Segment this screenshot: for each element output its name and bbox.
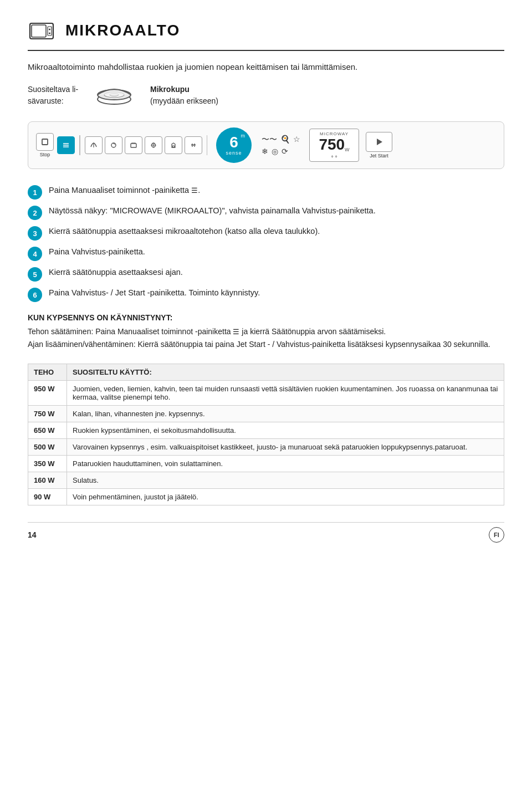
step-4: 4 Paina Vahvistus-painiketta. xyxy=(28,246,504,261)
display-row: 750 W xyxy=(319,136,349,154)
jet-start-button[interactable] xyxy=(366,132,392,152)
step-text-1: Paina Manuaaliset toiminnot -painiketta … xyxy=(49,185,504,197)
stop-button[interactable] xyxy=(36,133,54,151)
sense-m: m xyxy=(241,133,245,139)
stop-label: Stop xyxy=(40,152,50,157)
table-cell-power: 160 W xyxy=(28,472,67,489)
table-row: 750 WKalan, lihan, vihannesten jne. kyps… xyxy=(28,406,504,422)
display-box: MICROWAY 750 W ♦ ♦ xyxy=(309,129,359,162)
svg-point-4 xyxy=(49,33,50,34)
table-cell-power: 500 W xyxy=(28,439,67,456)
function-btn-5[interactable] xyxy=(165,136,182,154)
table-cell-usage: Juomien, veden, liemien, kahvin, teen ta… xyxy=(67,381,504,406)
accessory-name: Mikrokupu (myydään erikseen) xyxy=(150,84,218,107)
panel-sep-1 xyxy=(79,135,80,155)
plate-icon xyxy=(95,81,134,109)
panel-sep-2 xyxy=(207,135,208,155)
step-2: 2 Näytössä näkyy: "MICROWAVE (MIKROAALTO… xyxy=(28,205,504,220)
manual-button[interactable] xyxy=(57,136,75,154)
function-btn-3[interactable] xyxy=(125,136,142,154)
step-text-2: Näytössä näkyy: "MICROWAVE (MIKROAALTO)"… xyxy=(49,205,504,217)
wave-icon: 〜〜 xyxy=(262,135,277,145)
page-header: MIKROAALTO xyxy=(28,17,504,51)
table-cell-power: 950 W xyxy=(28,381,67,406)
sense-dial[interactable]: m 6 sense xyxy=(216,127,252,163)
display-sub: ♦ ♦ xyxy=(331,154,337,159)
star-icon: ☆ xyxy=(293,135,300,145)
table-header-usage: SUOSITELTU KÄYTTÖ: xyxy=(67,364,504,381)
table-row: 500 WVarovainen kypsennys , esim. valkua… xyxy=(28,439,504,456)
leaf-icon: ◎ xyxy=(272,147,278,156)
table-cell-usage: Kalan, lihan, vihannesten jne. kypsennys… xyxy=(67,406,504,422)
stop-group: Stop xyxy=(36,133,54,157)
svg-rect-20 xyxy=(172,146,174,147)
display-unit: W xyxy=(345,147,350,152)
sense-number: 6 xyxy=(229,135,238,150)
function-buttons xyxy=(85,136,202,154)
table-row: 160 WSulatus. xyxy=(28,472,504,489)
step-1: 1 Paina Manuaaliset toiminnot -painikett… xyxy=(28,185,504,200)
steps-section: 1 Paina Manuaaliset toiminnot -painikett… xyxy=(28,185,504,302)
kun-line1: Tehon säätäminen: Paina Manuaaliset toim… xyxy=(28,325,504,338)
table-cell-usage: Voin pehmentäminen, juustot ja jäätelö. xyxy=(67,489,504,505)
table-row: 950 WJuomien, veden, liemien, kahvin, te… xyxy=(28,381,504,406)
accessory-section: Suositeltava li- sävaruste: Mikrokupu (m… xyxy=(28,81,504,109)
table-cell-usage: Sulatus. xyxy=(67,472,504,489)
step-3: 3 Kierrä säätönuppia asettaaksesi mikroa… xyxy=(28,226,504,241)
function-btn-1[interactable] xyxy=(85,136,103,154)
table-cell-power: 750 W xyxy=(28,406,67,422)
function-btn-4[interactable] xyxy=(145,136,162,154)
step-circle-2: 2 xyxy=(28,206,42,220)
page-footer: 14 FI xyxy=(28,522,504,543)
function-btn-6[interactable] xyxy=(185,136,202,154)
step-circle-4: 4 xyxy=(28,247,42,261)
display-value: 750 xyxy=(319,136,345,154)
step-circle-3: 3 xyxy=(28,226,42,241)
manual-btn-group xyxy=(57,136,75,154)
page-number: 14 xyxy=(28,530,37,539)
kun-line2: Ajan lisääminen/vähentäminen: Kierrä sää… xyxy=(28,338,504,350)
control-panel: Stop m 6 sense xyxy=(28,121,504,169)
table-cell-usage: Ruokien kypsentäminen, ei sekoitusmahdol… xyxy=(67,422,504,439)
svg-rect-0 xyxy=(30,23,53,39)
step-text-6: Paina Vahvistus- / Jet Start -painiketta… xyxy=(49,287,504,299)
fi-badge: FI xyxy=(489,527,504,543)
table-cell-power: 650 W xyxy=(28,422,67,439)
svg-line-16 xyxy=(114,144,115,145)
step-circle-5: 5 xyxy=(28,267,42,282)
clock-icon: ⟳ xyxy=(282,147,288,156)
step-6: 6 Paina Vahvistus- / Jet Start -painiket… xyxy=(28,287,504,302)
table-cell-power: 90 W xyxy=(28,489,67,505)
function-btn-2[interactable] xyxy=(105,136,122,154)
chef-icon: 🍳 xyxy=(280,135,290,145)
accessory-label: Suositeltava li- sävaruste: xyxy=(28,84,78,107)
svg-point-3 xyxy=(49,29,50,30)
kun-section: KUN KYPSENNYS ON KÄYNNISTYNYT: Tehon sää… xyxy=(28,313,504,350)
table-cell-usage: Varovainen kypsennys , esim. valkuaispit… xyxy=(67,439,504,456)
icon-row-2: ❄ ◎ ⟳ xyxy=(262,147,300,156)
table-header-power: TEHO xyxy=(28,364,67,381)
intro-text: Mikroaaltotoiminto mahdollistaa ruokien … xyxy=(28,62,504,71)
page-title: MIKROAALTO xyxy=(65,22,180,39)
power-table: TEHO SUOSITELTU KÄYTTÖ: 950 WJuomien, ve… xyxy=(28,364,504,505)
jet-start-label: Jet Start xyxy=(370,153,388,159)
kun-title: KUN KYPSENNYS ON KÄYNNISTYNYT: xyxy=(28,313,504,322)
step-text-3: Kierrä säätönuppia asettaaksesi mikroaal… xyxy=(49,226,504,238)
table-cell-usage: Pataruokien hauduttaminen, voin sulattam… xyxy=(67,456,504,472)
step-5: 5 Kierrä säätönuppia asettaaksesi ajan. xyxy=(28,267,504,282)
step-circle-1: 1 xyxy=(28,185,42,200)
svg-rect-1 xyxy=(32,25,46,37)
table-row: 650 WRuokien kypsentäminen, ei sekoitusm… xyxy=(28,422,504,439)
jet-start-group: Jet Start xyxy=(366,132,392,159)
header-icon xyxy=(28,17,55,44)
table-row: 90 WVoin pehmentäminen, juustot ja jääte… xyxy=(28,489,504,505)
sense-text: sense xyxy=(226,150,242,156)
table-cell-power: 350 W xyxy=(28,456,67,472)
snowflake-icon: ❄ xyxy=(262,147,268,156)
svg-rect-2 xyxy=(48,27,52,35)
step-text-5: Kierrä säätönuppia asettaaksesi ajan. xyxy=(49,267,504,279)
step-text-4: Paina Vahvistus-painiketta. xyxy=(49,246,504,258)
step-circle-6: 6 xyxy=(28,288,42,302)
right-icon-group: 〜〜 🍳 ☆ ❄ ◎ ⟳ xyxy=(262,135,300,156)
icon-row-1: 〜〜 🍳 ☆ xyxy=(262,135,300,145)
